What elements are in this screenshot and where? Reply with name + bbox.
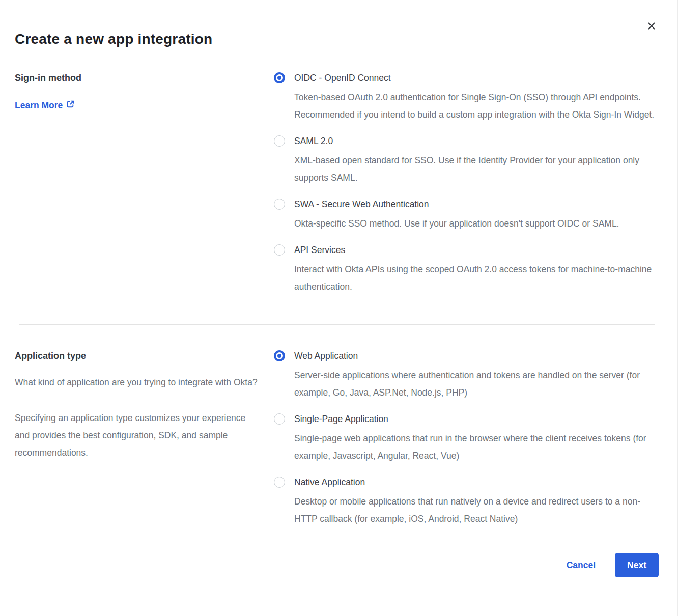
- dialog-footer: Cancel Next: [15, 553, 659, 577]
- application-type-note: Specifying an application type customize…: [15, 409, 260, 461]
- radio-single-page-application[interactable]: [274, 413, 285, 425]
- option-saml-description: XML-based open standard for SSO. Use if …: [294, 152, 655, 186]
- radio-api-services[interactable]: [274, 244, 285, 256]
- option-native-application-label[interactable]: Native Application: [294, 475, 655, 489]
- option-api-services-description: Interact with Okta APIs using the scoped…: [294, 261, 655, 295]
- signin-method-options: OIDC - OpenID Connect Token-based OAuth …: [274, 71, 659, 306]
- option-swa-label[interactable]: SWA - Secure Web Authentication: [294, 198, 619, 211]
- option-oidc: OIDC - OpenID Connect Token-based OAuth …: [274, 71, 659, 123]
- option-api-services-label[interactable]: API Services: [294, 243, 655, 257]
- option-native-application: Native Application Desktop or mobile app…: [274, 475, 659, 527]
- radio-swa[interactable]: [274, 199, 285, 210]
- option-web-application-description: Server-side applications where authentic…: [294, 367, 655, 401]
- option-single-page-application: Single-Page Application Single-page web …: [274, 412, 659, 464]
- radio-web-application[interactable]: [274, 350, 285, 361]
- option-single-page-application-label[interactable]: Single-Page Application: [294, 412, 655, 426]
- radio-saml[interactable]: [274, 135, 285, 147]
- option-saml-label[interactable]: SAML 2.0: [294, 134, 655, 148]
- application-type-question: What kind of application are you trying …: [15, 374, 260, 391]
- cancel-button[interactable]: Cancel: [567, 560, 596, 571]
- option-oidc-label[interactable]: OIDC - OpenID Connect: [294, 71, 655, 85]
- option-web-application-label[interactable]: Web Application: [294, 349, 655, 362]
- option-single-page-application-description: Single-page web applications that run in…: [294, 430, 655, 464]
- close-button[interactable]: [645, 20, 658, 33]
- option-web-application: Web Application Server-side applications…: [274, 349, 659, 401]
- radio-oidc[interactable]: [274, 72, 285, 83]
- create-app-integration-dialog: Create a new app integration Sign-in met…: [0, 0, 677, 616]
- signin-method-section: Sign-in method Learn More OIDC - OpenID …: [15, 71, 659, 306]
- option-oidc-description: Token-based OAuth 2.0 authentication for…: [294, 89, 655, 123]
- learn-more-link[interactable]: Learn More: [15, 100, 75, 111]
- external-link-icon: [66, 100, 75, 111]
- section-divider: [19, 324, 655, 325]
- application-type-section: Application type What kind of applicatio…: [15, 349, 659, 539]
- option-swa: SWA - Secure Web Authentication Okta-spe…: [274, 198, 659, 232]
- option-saml: SAML 2.0 XML-based open standard for SSO…: [274, 134, 659, 186]
- radio-native-application[interactable]: [274, 477, 285, 488]
- application-type-left-column: Application type What kind of applicatio…: [15, 349, 274, 539]
- option-api-services: API Services Interact with Okta APIs usi…: [274, 243, 659, 295]
- next-button[interactable]: Next: [615, 553, 659, 577]
- close-icon: [647, 21, 656, 32]
- application-type-heading: Application type: [15, 349, 264, 362]
- page-title: Create a new app integration: [15, 31, 659, 48]
- signin-method-heading: Sign-in method: [15, 71, 264, 85]
- option-swa-description: Okta-specific SSO method. Use if your ap…: [294, 215, 619, 232]
- option-native-application-description: Desktop or mobile applications that run …: [294, 493, 655, 527]
- learn-more-label: Learn More: [15, 100, 63, 111]
- application-type-options: Web Application Server-side applications…: [274, 349, 659, 539]
- signin-method-left-column: Sign-in method Learn More: [15, 71, 274, 306]
